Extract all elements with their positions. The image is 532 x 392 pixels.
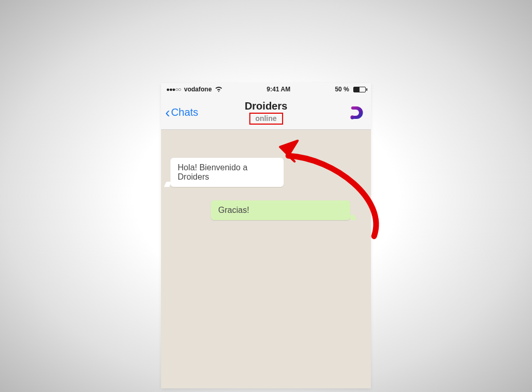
message-outgoing[interactable]: Gracias!	[211, 200, 350, 220]
back-label: Chats	[171, 106, 198, 118]
contact-avatar[interactable]	[345, 102, 367, 124]
message-text: Hola! Bienvenido a Droiders	[178, 163, 247, 181]
phone-frame: ●●●○○ vodafone 9:41 AM 50 % ‹ Chats Droi…	[161, 83, 371, 388]
message-text: Gracias!	[218, 206, 249, 214]
droiders-logo-icon	[347, 103, 365, 122]
header-title-group[interactable]: Droiders online	[245, 100, 287, 125]
signal-icon: ●●●○○	[166, 86, 181, 92]
battery-percent: 50 %	[335, 86, 349, 93]
annotation-highlight-box: online	[249, 113, 283, 125]
svg-point-0	[351, 115, 355, 119]
chevron-left-icon: ‹	[165, 105, 170, 120]
wifi-icon	[215, 86, 222, 93]
status-right: 50 %	[335, 86, 366, 93]
status-left: ●●●○○ vodafone	[166, 86, 222, 93]
contact-name: Droiders	[245, 100, 287, 112]
online-status: online	[255, 114, 276, 123]
carrier-label: vodafone	[184, 86, 211, 93]
chat-header: ‹ Chats Droiders online	[161, 96, 371, 130]
battery-icon	[353, 87, 366, 92]
chat-body[interactable]: Hola! Bienvenido a Droiders Gracias!	[161, 130, 371, 388]
status-time: 9:41 AM	[267, 86, 290, 93]
back-button[interactable]: ‹ Chats	[165, 105, 198, 120]
message-incoming[interactable]: Hola! Bienvenido a Droiders	[170, 158, 284, 187]
status-bar: ●●●○○ vodafone 9:41 AM 50 %	[161, 83, 371, 96]
